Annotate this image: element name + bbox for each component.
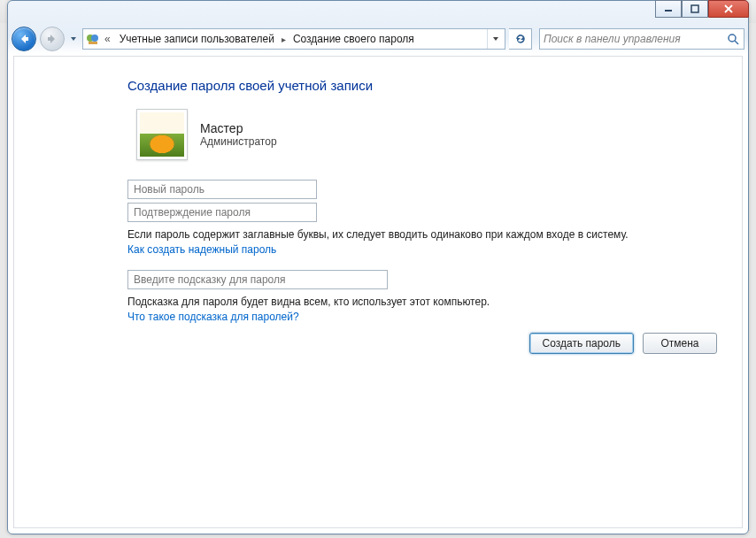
create-password-button[interactable]: Создать пароль <box>529 333 634 354</box>
svg-point-3 <box>91 35 98 42</box>
svg-rect-1 <box>691 5 698 12</box>
breadcrumb-overflow-icon[interactable]: « <box>103 33 112 45</box>
user-text: Мастер Администратор <box>200 121 277 148</box>
explorer-window: « Учетные записи пользователей ▸ Создани… <box>7 0 749 534</box>
refresh-button[interactable] <box>509 28 532 50</box>
content-pane: Создание пароля своей учетной записи Мас… <box>13 56 743 528</box>
breadcrumb-chevron-icon[interactable]: ▸ <box>282 35 286 44</box>
user-account-block: Мастер Администратор <box>136 109 706 160</box>
link-what-is-hint[interactable]: Что такое подсказка для паролей? <box>127 311 299 323</box>
cancel-button[interactable]: Отмена <box>643 333 717 354</box>
svg-point-5 <box>729 35 736 42</box>
control-panel-icon <box>85 31 101 47</box>
address-bar[interactable]: « Учетные записи пользователей ▸ Создани… <box>82 28 505 50</box>
forward-button <box>40 27 65 51</box>
avatar-image <box>140 112 184 157</box>
maximize-button[interactable] <box>682 0 708 18</box>
confirm-password-input[interactable] <box>127 203 317 222</box>
password-hint-input[interactable] <box>127 270 388 289</box>
minimize-button[interactable] <box>655 0 682 18</box>
svg-line-6 <box>735 41 738 44</box>
close-button[interactable] <box>708 0 749 18</box>
breadcrumb-seg-create-password[interactable]: Создание своего пароля <box>288 29 420 49</box>
svg-rect-0 <box>665 10 672 12</box>
address-bar-tail <box>487 29 503 49</box>
breadcrumb-label: Создание своего пароля <box>293 33 414 45</box>
back-button[interactable] <box>12 27 36 51</box>
user-role: Администратор <box>200 135 277 148</box>
search-input[interactable] <box>544 33 740 45</box>
avatar <box>136 109 188 160</box>
navigation-toolbar: « Учетные записи пользователей ▸ Создани… <box>12 24 744 54</box>
nav-history-dropdown[interactable] <box>68 27 79 51</box>
breadcrumb-seg-users[interactable]: Учетные записи пользователей <box>114 29 280 49</box>
page-title: Создание пароля своей учетной записи <box>127 78 706 93</box>
breadcrumb-label: Учетные записи пользователей <box>120 33 274 45</box>
user-name: Мастер <box>200 121 277 135</box>
search-icon <box>726 32 740 49</box>
caps-note: Если пароль содержит заглавные буквы, их… <box>127 227 706 242</box>
new-password-input[interactable] <box>127 180 317 199</box>
window-caption-buttons <box>655 0 749 18</box>
link-strong-password[interactable]: Как создать надежный пароль <box>127 243 276 256</box>
dialog-buttons: Создать пароль Отмена <box>529 333 717 354</box>
search-box[interactable] <box>539 28 744 50</box>
hint-note: Подсказка для пароля будет видна всем, к… <box>127 295 706 309</box>
svg-rect-4 <box>89 42 97 44</box>
address-dropdown-icon[interactable] <box>487 29 503 49</box>
